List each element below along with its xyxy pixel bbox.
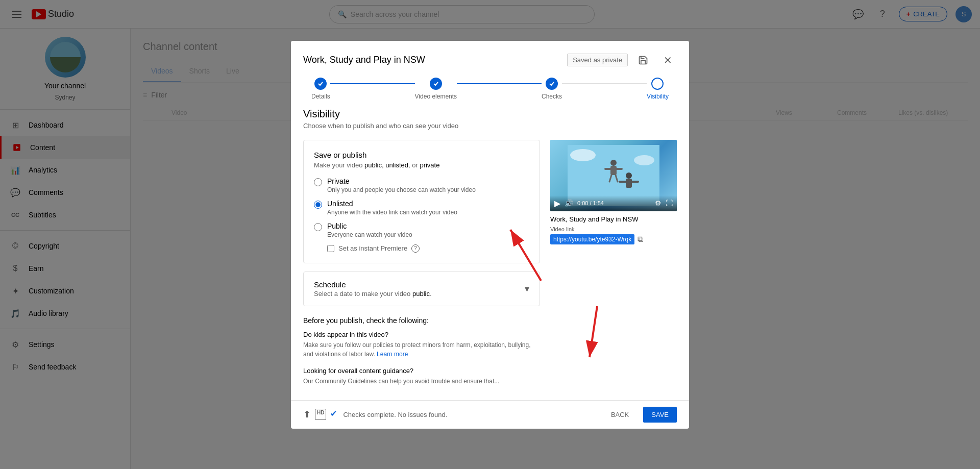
- svg-point-10: [626, 172, 632, 179]
- step-checks-label: Checks: [542, 93, 562, 100]
- step-visibility: Visibility: [647, 78, 669, 100]
- step-details-label: Details: [311, 93, 330, 100]
- modal-footer: ⬆ HD ✔ Checks complete. No issues found.…: [291, 400, 689, 429]
- panel-title: Save or publish: [314, 151, 529, 159]
- step-checks: Checks: [542, 78, 562, 100]
- radio-public-desc: Everyone can watch your video: [327, 231, 412, 238]
- schedule-panel[interactable]: Schedule Select a date to make your vide…: [303, 271, 540, 306]
- close-icon-button[interactable]: ✕: [658, 51, 677, 69]
- save-or-publish-panel: Save or publish Make your video public, …: [303, 140, 540, 263]
- before-publish: Before you publish, check the following:…: [303, 314, 540, 396]
- back-button[interactable]: BACK: [603, 407, 637, 423]
- footer-status: Checks complete. No issues found.: [343, 411, 596, 418]
- publish-a-1: Our Community Guidelines can help you av…: [303, 377, 540, 386]
- radio-public-label: Public: [327, 222, 412, 230]
- step-line-2: [457, 83, 542, 84]
- step-line-3: [562, 83, 647, 84]
- fullscreen-button[interactable]: ⛶: [666, 199, 673, 207]
- step-visibility-circle: [651, 78, 664, 90]
- svg-point-5: [610, 160, 617, 166]
- play-button[interactable]: ▶: [554, 199, 560, 208]
- svg-point-4: [634, 155, 654, 165]
- radio-unlisted-label: Unlisted: [327, 200, 457, 208]
- before-publish-title: Before you publish, check the following:: [303, 316, 540, 325]
- volume-button[interactable]: 🔊: [565, 199, 573, 207]
- radio-item-public: Public Everyone can watch your video: [314, 222, 529, 238]
- save-icon-button[interactable]: [634, 51, 652, 69]
- svg-point-3: [570, 149, 596, 161]
- modal: Work, Study and Play in NSW Saved as pri…: [291, 41, 689, 429]
- video-preview-title: Work, Study and Play in NSW: [550, 215, 677, 223]
- radio-public[interactable]: [314, 223, 322, 231]
- radio-private-desc: Only you and people you choose can watch…: [327, 186, 476, 193]
- radio-unlisted-desc: Anyone with the video link can watch you…: [327, 209, 457, 216]
- publish-a-0: Make sure you follow our policies to pro…: [303, 340, 540, 359]
- radio-private-label: Private: [327, 177, 476, 185]
- publish-q-0: Do kids appear in this video?: [303, 331, 540, 338]
- upload-icon[interactable]: ⬆: [303, 409, 311, 420]
- step-video-elements-circle: [430, 78, 442, 90]
- schedule-chevron-icon: ▾: [525, 283, 529, 294]
- copy-link-button[interactable]: ⧉: [638, 235, 643, 244]
- video-link-row: https://youtu.be/yte932-Wrqk ⧉: [550, 234, 677, 244]
- step-video-elements: Video elements: [415, 78, 457, 100]
- visibility-sub: Choose when to publish and who can see y…: [303, 122, 677, 130]
- publish-item-0: Do kids appear in this video? Make sure …: [303, 331, 540, 359]
- time-display: 0:00 / 1:54: [577, 200, 651, 206]
- step-line-1: [330, 83, 415, 84]
- radio-unlisted-content: Unlisted Anyone with the video link can …: [327, 200, 457, 216]
- step-details: Details: [311, 78, 330, 100]
- modal-content-row: Save or publish Make your video public, …: [303, 140, 677, 396]
- modal-header-right: Saved as private ✕: [567, 51, 677, 69]
- premiere-label: Set as instant Premiere: [338, 244, 407, 252]
- svg-rect-6: [610, 166, 617, 175]
- premiere-row: Set as instant Premiere ?: [327, 244, 529, 253]
- schedule-sub: Select a date to make your video public.: [314, 290, 432, 298]
- modal-left: Save or publish Make your video public, …: [303, 140, 540, 396]
- saved-badge: Saved as private: [567, 54, 628, 66]
- radio-item-private: Private Only you and people you choose c…: [314, 177, 529, 193]
- visibility-title: Visibility: [303, 108, 677, 120]
- modal-right: ▶ 🔊 0:00 / 1:54 ⚙ ⛶ Work, Study and Play…: [550, 140, 677, 396]
- radio-private[interactable]: [314, 178, 322, 186]
- visibility-radio-group: Private Only you and people you choose c…: [314, 177, 529, 238]
- modal-overlay[interactable]: Work, Study and Play in NSW Saved as pri…: [0, 0, 980, 469]
- panel-sub: Make your video public, unlisted, or pri…: [314, 161, 529, 169]
- step-video-elements-label: Video elements: [415, 93, 457, 100]
- step-details-circle: [314, 78, 327, 90]
- modal-header: Work, Study and Play in NSW Saved as pri…: [291, 41, 689, 69]
- publish-item-1: Looking for overall content guidance? Ou…: [303, 367, 540, 386]
- premiere-checkbox[interactable]: [327, 245, 334, 252]
- stepper-container: Details Video elements Checks: [291, 69, 689, 100]
- radio-public-content: Public Everyone can watch your video: [327, 222, 412, 238]
- video-controls: ▶ 🔊 0:00 / 1:54 ⚙ ⛶: [550, 195, 677, 211]
- video-link-value[interactable]: https://youtu.be/yte932-Wrqk: [550, 234, 634, 244]
- schedule-title: Schedule: [314, 280, 432, 289]
- premiere-help-icon[interactable]: ?: [411, 244, 420, 253]
- hd-badge: HD: [315, 409, 326, 420]
- schedule-left: Schedule Select a date to make your vide…: [314, 280, 432, 298]
- footer-icons: ⬆ HD ✔: [303, 409, 337, 420]
- step-visibility-label: Visibility: [647, 93, 669, 100]
- video-link-label: Video link: [550, 226, 677, 232]
- footer-status-text: Checks complete. No issues found.: [343, 411, 447, 418]
- step-checks-circle: [546, 78, 558, 90]
- stepper: Details Video elements Checks: [311, 78, 669, 100]
- learn-more-link[interactable]: Learn more: [377, 351, 408, 358]
- video-settings-button[interactable]: ⚙: [655, 199, 662, 207]
- checks-complete-icon: ✔: [330, 409, 337, 420]
- video-thumbnail: ▶ 🔊 0:00 / 1:54 ⚙ ⛶: [550, 140, 677, 211]
- modal-body: Visibility Choose when to publish and wh…: [291, 100, 689, 400]
- save-button[interactable]: SAVE: [643, 407, 677, 423]
- radio-unlisted[interactable]: [314, 201, 322, 209]
- svg-rect-11: [626, 179, 632, 188]
- radio-item-unlisted: Unlisted Anyone with the video link can …: [314, 200, 529, 216]
- publish-q-1: Looking for overall content guidance?: [303, 367, 540, 375]
- radio-private-content: Private Only you and people you choose c…: [327, 177, 476, 193]
- modal-title: Work, Study and Play in NSW: [303, 55, 425, 65]
